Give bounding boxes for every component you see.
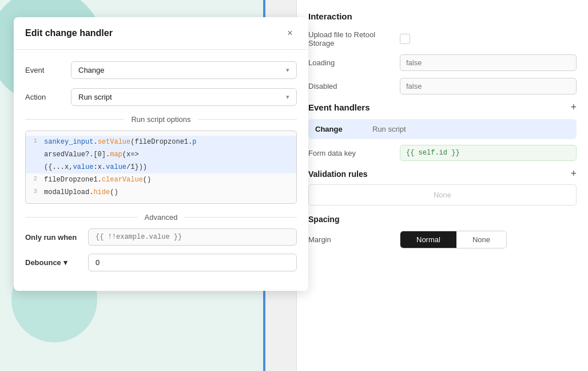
code-token: value [73,163,93,171]
code-token: clearValue [102,176,143,184]
code-content-1c: ({...x,value:x.value/1})) [44,162,296,172]
modal-dialog: Edit change handler × Event Change ▾ Act… [14,17,308,291]
action-label: Action [25,93,71,101]
event-select[interactable]: Change ▾ [71,61,297,79]
action-select-value: Run script [78,93,112,101]
validation-rules-header: Validation rules + [308,168,577,180]
loading-row: Loading [308,54,577,71]
code-content-1: sankey_input.setValue(fileDropzone1.p [44,137,296,147]
code-block: 1 sankey_input.setValue(fileDropzone1.p … [26,131,296,203]
loading-input[interactable] [400,54,577,71]
code-content-2: fileDropzone1.clearValue() [44,175,296,185]
loading-label: Loading [308,58,400,67]
form-data-key-value[interactable]: {{ self.id }} [400,145,577,161]
run-script-label: Run script options [124,115,197,124]
add-event-handler-button[interactable]: + [570,101,577,113]
code-line-2: 2 fileDropzone1.clearValue() [26,173,296,186]
code-token: p [192,138,196,146]
code-token: setValue [98,138,131,146]
only-run-when-input[interactable] [88,228,297,246]
upload-file-label: Upload file to Retool Storage [308,30,400,48]
run-script-divider: Run script options [25,115,297,124]
code-line-1b: arsedValue?.[0].map(x=> [26,148,296,161]
only-run-when-row: Only run when [25,228,297,246]
upload-file-checkbox[interactable] [400,34,410,44]
event-handlers-header: Event handlers + [308,101,577,113]
action-row: Action Run script ▾ [25,88,297,106]
debounce-row: Debounce ▾ [25,254,297,271]
form-data-key-row: Form data key {{ self.id }} [308,145,577,161]
debounce-label-container: Debounce ▾ [25,258,88,267]
code-token: value [106,163,126,171]
event-select-value: Change [78,66,105,74]
code-line-3: 3 modalUpload.hide() [26,186,296,199]
code-editor[interactable]: 1 sankey_input.setValue(fileDropzone1.p … [25,131,297,204]
margin-row: Margin Normal None [308,231,577,248]
code-token: hide [93,188,110,196]
code-line-1c: ({...x,value:x.value/1})) [26,161,296,173]
right-panel: Interaction Upload file to Retool Storag… [296,0,588,371]
validation-none: None [308,184,577,206]
line-number-1b [26,149,44,150]
debounce-chevron-icon: ▾ [63,258,67,267]
code-line-1: 1 sankey_input.setValue(fileDropzone1.p [26,136,296,148]
only-run-when-label: Only run when [25,233,88,242]
add-validation-rule-button[interactable]: + [570,168,577,180]
disabled-label: Disabled [308,82,400,90]
line-number-1c [26,162,44,163]
spacing-title: Spacing [308,215,577,224]
disabled-input[interactable] [400,78,577,94]
chevron-down-icon-2: ▾ [286,93,289,101]
code-token: map [110,151,122,159]
event-handlers-title: Event handlers [308,102,370,112]
debounce-label: Debounce ▾ [25,258,88,267]
line-number-1: 1 [26,137,44,144]
debounce-text: Debounce [25,258,61,267]
event-row: Event Change ▾ [25,61,297,79]
event-label: Event [25,66,71,74]
event-handler-action: Run script [372,125,406,133]
code-content-1b: arsedValue?.[0].map(x=> [44,149,296,160]
chevron-down-icon: ▾ [286,66,289,74]
action-select[interactable]: Run script ▾ [71,88,297,106]
debounce-input[interactable] [88,254,297,271]
modal-body: Event Change ▾ Action Run script ▾ Run s… [14,50,308,291]
margin-label: Margin [308,235,400,244]
code-token: sankey_input [44,138,93,146]
upload-file-row: Upload file to Retool Storage [308,30,577,48]
form-data-key-label: Form data key [308,149,400,157]
line-number-3: 3 [26,187,44,195]
advanced-label: Advanced [138,213,185,222]
advanced-divider: Advanced [25,213,297,222]
event-handler-event: Change [315,125,372,133]
margin-normal-button[interactable]: Normal [400,231,456,248]
modal-header: Edit change handler × [14,17,308,50]
close-button[interactable]: × [283,26,297,40]
margin-none-button[interactable]: None [456,231,506,248]
margin-toggle-group: Normal None [400,231,507,248]
validation-rules-title: Validation rules [308,169,367,179]
line-number-2: 2 [26,175,44,182]
interaction-title: Interaction [308,11,577,21]
code-content-3: modalUpload.hide() [44,187,296,198]
disabled-row: Disabled [308,78,577,94]
event-handler-item[interactable]: Change Run script [308,119,577,139]
modal-title: Edit change handler [25,28,113,38]
